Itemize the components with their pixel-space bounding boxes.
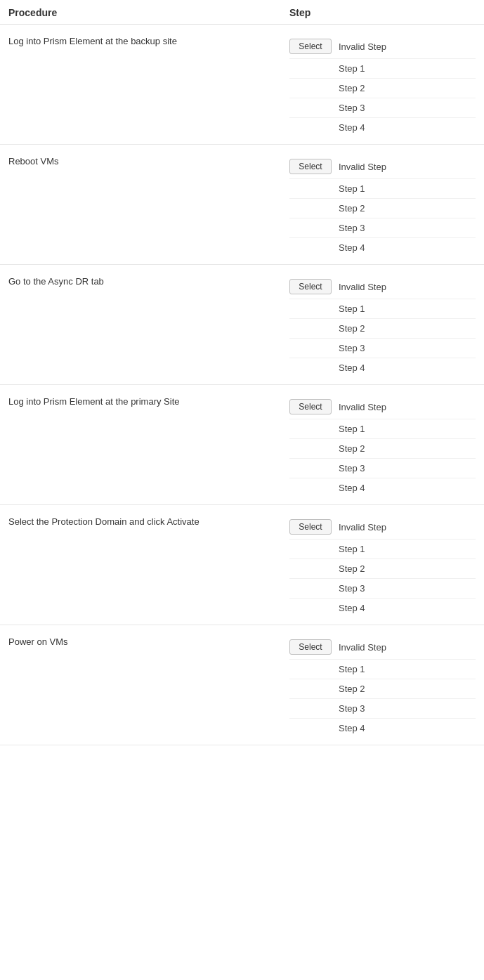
step-option-label: Step 2	[289, 323, 365, 334]
procedure-row: Log into Prism Element at the primary Si…	[0, 385, 484, 504]
step-column: SelectInvalid StepStep 1Step 2Step 3Step…	[289, 275, 476, 384]
procedure-row: Reboot VMsSelectInvalid StepStep 1Step 2…	[0, 145, 484, 264]
step-option-label: Step 1	[289, 63, 365, 74]
select-button[interactable]: Select	[289, 279, 332, 294]
step-option-label: Step 1	[289, 664, 365, 674]
step-option-row: Step 4	[289, 238, 476, 257]
procedure-block: Log into Prism Element at the backup sit…	[0, 25, 484, 145]
step-option-label: Step 4	[289, 242, 365, 253]
procedure-name: Reboot VMs	[8, 155, 289, 166]
step-option-label: Step 4	[289, 362, 365, 373]
select-button[interactable]: Select	[289, 639, 332, 655]
step-option-label: Invalid Step	[339, 642, 386, 653]
procedure-row: Log into Prism Element at the backup sit…	[0, 25, 484, 144]
step-option-label: Step 3	[289, 343, 365, 353]
step-header: Step	[289, 7, 476, 18]
step-option-label: Invalid Step	[339, 41, 386, 52]
step-option-label: Step 4	[289, 723, 365, 733]
step-column: SelectInvalid StepStep 1Step 2Step 3Step…	[289, 635, 476, 745]
step-option-row: Step 4	[289, 118, 476, 137]
step-option-row: Step 3	[289, 218, 476, 238]
step-option-label: Step 1	[289, 303, 365, 314]
step-option-label: Step 2	[289, 563, 365, 574]
step-option-label: Step 2	[289, 443, 365, 454]
step-option-label: Step 1	[289, 183, 365, 194]
step-option-row: Step 4	[289, 719, 476, 738]
procedure-block: Reboot VMsSelectInvalid StepStep 1Step 2…	[0, 145, 484, 265]
step-option-row: Step 1	[289, 179, 476, 199]
step-column: SelectInvalid StepStep 1Step 2Step 3Step…	[289, 395, 476, 504]
procedure-name: Go to the Async DR tab	[8, 275, 289, 287]
procedure-name: Select the Protection Domain and click A…	[8, 515, 289, 527]
step-option-row: Step 2	[289, 79, 476, 98]
step-option-label: Step 3	[289, 703, 365, 714]
step-option-row: SelectInvalid Step	[289, 275, 476, 299]
step-option-label: Step 3	[289, 583, 365, 594]
step-column: SelectInvalid StepStep 1Step 2Step 3Step…	[289, 515, 476, 625]
procedure-name: Log into Prism Element at the primary Si…	[8, 395, 289, 407]
step-option-label: Step 1	[289, 424, 365, 434]
procedure-block: Power on VMsSelectInvalid StepStep 1Step…	[0, 625, 484, 745]
step-option-label: Step 4	[289, 483, 365, 493]
step-option-row: Step 2	[289, 199, 476, 218]
step-option-label: Invalid Step	[339, 282, 386, 292]
procedure-header: Procedure	[8, 7, 289, 18]
procedure-row: Power on VMsSelectInvalid StepStep 1Step…	[0, 625, 484, 745]
select-button[interactable]: Select	[289, 39, 332, 54]
step-option-label: Step 2	[289, 684, 365, 694]
step-option-row: Step 1	[289, 59, 476, 79]
step-option-row: Step 3	[289, 98, 476, 118]
step-option-row: Step 2	[289, 679, 476, 699]
procedure-block: Go to the Async DR tabSelectInvalid Step…	[0, 265, 484, 385]
step-option-row: Step 4	[289, 478, 476, 497]
step-option-label: Step 3	[289, 103, 365, 113]
step-option-row: Step 1	[289, 419, 476, 439]
procedures-list: Log into Prism Element at the backup sit…	[0, 25, 484, 745]
table-header: Procedure Step	[0, 0, 484, 25]
step-option-label: Step 4	[289, 122, 365, 133]
step-option-row: SelectInvalid Step	[289, 515, 476, 540]
procedure-row: Go to the Async DR tabSelectInvalid Step…	[0, 265, 484, 384]
step-option-row: SelectInvalid Step	[289, 635, 476, 660]
step-option-label: Step 3	[289, 463, 365, 473]
select-button[interactable]: Select	[289, 159, 332, 174]
select-button[interactable]: Select	[289, 519, 332, 535]
procedure-name: Power on VMs	[8, 635, 289, 647]
step-option-row: Step 3	[289, 579, 476, 599]
procedure-row: Select the Protection Domain and click A…	[0, 505, 484, 625]
step-option-row: SelectInvalid Step	[289, 395, 476, 419]
step-option-row: Step 3	[289, 459, 476, 478]
step-option-row: Step 3	[289, 339, 476, 358]
step-option-row: Step 3	[289, 699, 476, 719]
step-column: SelectInvalid StepStep 1Step 2Step 3Step…	[289, 155, 476, 264]
step-option-label: Step 1	[289, 544, 365, 554]
step-option-label: Step 2	[289, 203, 365, 214]
step-option-row: Step 4	[289, 358, 476, 377]
step-option-label: Step 4	[289, 603, 365, 613]
step-column: SelectInvalid StepStep 1Step 2Step 3Step…	[289, 34, 476, 144]
step-option-row: Step 1	[289, 540, 476, 559]
step-option-row: SelectInvalid Step	[289, 155, 476, 179]
step-option-row: Step 1	[289, 299, 476, 319]
step-option-label: Invalid Step	[339, 402, 386, 412]
step-option-row: SelectInvalid Step	[289, 34, 476, 59]
select-button[interactable]: Select	[289, 399, 332, 414]
procedure-name: Log into Prism Element at the backup sit…	[8, 34, 289, 46]
step-option-label: Invalid Step	[339, 522, 386, 533]
step-option-row: Step 1	[289, 660, 476, 679]
step-option-label: Step 3	[289, 223, 365, 233]
procedure-block: Log into Prism Element at the primary Si…	[0, 385, 484, 505]
step-option-row: Step 4	[289, 599, 476, 618]
step-option-row: Step 2	[289, 559, 476, 579]
step-option-row: Step 2	[289, 439, 476, 459]
procedure-block: Select the Protection Domain and click A…	[0, 505, 484, 625]
step-option-label: Invalid Step	[339, 162, 386, 172]
step-option-label: Step 2	[289, 83, 365, 93]
step-option-row: Step 2	[289, 319, 476, 339]
main-container: Procedure Step Log into Prism Element at…	[0, 0, 484, 745]
